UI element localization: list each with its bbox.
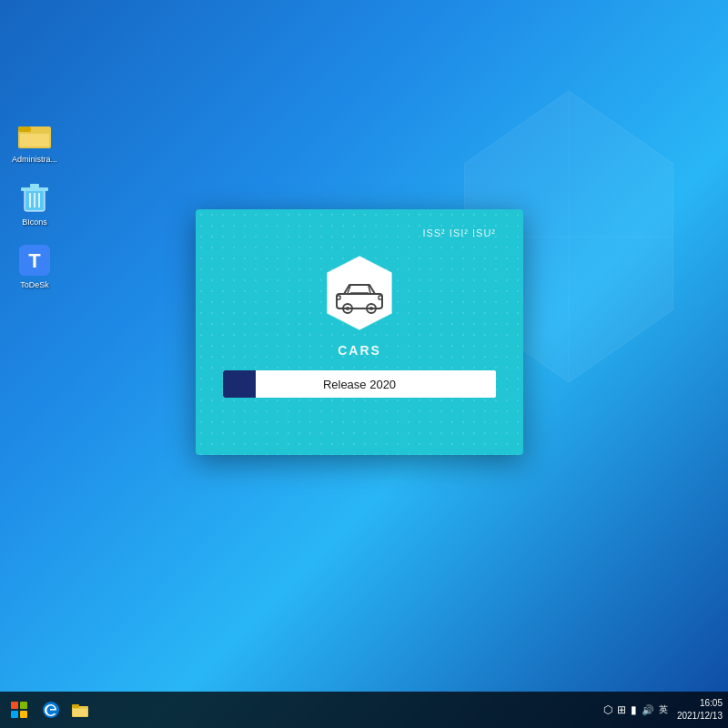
sound-icon[interactable]: 🔊	[642, 704, 654, 716]
cars-label: CARS	[338, 343, 381, 358]
file-explorer-taskbar-icon[interactable]	[68, 698, 92, 722]
clock-time: 16:05	[677, 697, 723, 710]
todesk-icon[interactable]: T ToDeSk	[7, 244, 62, 290]
svg-point-25	[346, 307, 349, 310]
battery-icon[interactable]: ▮	[631, 703, 637, 716]
progress-bar-container: Release 2020	[223, 370, 496, 398]
svg-rect-31	[72, 704, 79, 708]
svg-rect-13	[21, 187, 48, 191]
taskbar-right: ⬡ ⊞ ▮ 🔊 英 16:05 2021/12/13	[603, 697, 723, 723]
administrator-icon[interactable]: Administra...	[7, 118, 62, 165]
edge-icon	[42, 701, 60, 719]
folder-icon	[71, 701, 89, 719]
bicons-icon[interactable]: BIcons	[7, 181, 62, 228]
administrator-label: Administra...	[12, 155, 57, 165]
network-icon[interactable]: ⊞	[617, 703, 626, 716]
bicons-label: BIcons	[22, 217, 47, 228]
todesk-label: ToDeSk	[20, 280, 49, 290]
bicons-icon-img	[18, 181, 51, 214]
start-button[interactable]	[5, 696, 33, 723]
system-clock[interactable]: 16:05 2021/12/13	[677, 697, 723, 723]
iss-label: ISS² ISI² ISU²	[422, 228, 496, 238]
svg-rect-32	[73, 709, 87, 716]
edge-taskbar-icon[interactable]	[39, 698, 63, 722]
svg-line-1	[569, 91, 673, 164]
svg-point-26	[369, 307, 373, 310]
splash-window: ISS² ISI² ISU²	[196, 209, 523, 455]
svg-line-3	[569, 309, 673, 382]
taskbar: ⬡ ⊞ ▮ 🔊 英 16:05 2021/12/13	[0, 692, 728, 728]
system-tray: ⬡ ⊞ ▮ 🔊 英	[603, 703, 668, 716]
desktop-icons: Administra... BIcons	[7, 118, 62, 289]
progress-label: Release 2020	[223, 378, 496, 391]
ime-icon[interactable]: 英	[659, 703, 668, 716]
desktop: Administra... BIcons	[0, 0, 728, 728]
splash-header: ISS² ISI² ISU²	[223, 228, 496, 238]
svg-text:T: T	[28, 249, 41, 272]
bluetooth-icon[interactable]: ⬡	[603, 703, 612, 716]
svg-rect-11	[20, 134, 49, 147]
svg-rect-10	[18, 126, 31, 132]
svg-rect-14	[30, 184, 39, 187]
svg-line-6	[464, 91, 569, 164]
windows-flag-icon	[11, 702, 27, 718]
todesk-icon-img: T	[18, 244, 51, 277]
hex-car-container	[318, 252, 400, 334]
hex-car-svg	[318, 252, 400, 334]
clock-date: 2021/12/13	[677, 710, 723, 723]
administrator-icon-img	[18, 118, 51, 151]
